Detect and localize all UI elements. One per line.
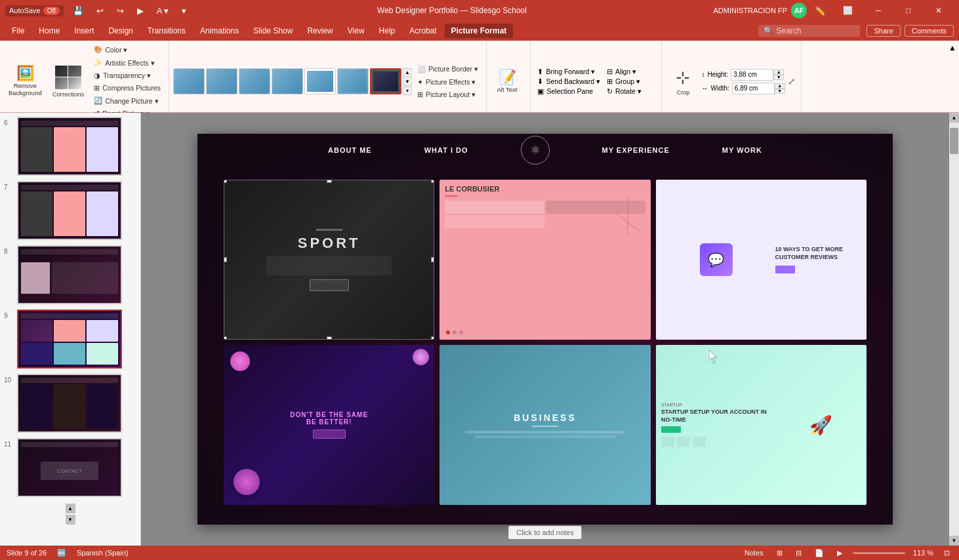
ribbon-collapse-button[interactable]: ▲ [949, 43, 956, 52]
slide-item-9[interactable]: 9 [3, 308, 138, 370]
pen-icon[interactable]: ✏️ [811, 5, 829, 17]
slide-thumb-8 [17, 245, 122, 304]
slides-scroll-down[interactable]: ▼ [66, 515, 75, 525]
space-btn [313, 430, 346, 439]
group-label: Group ▾ [615, 77, 640, 85]
view-normal-button[interactable]: ⊞ [774, 549, 785, 557]
size-expand-button[interactable]: ⤢ [786, 75, 797, 88]
qat-dropdown[interactable]: ▾ [178, 5, 190, 17]
transparency-button[interactable]: ◑ Transparency ▾ [90, 70, 165, 81]
menu-file[interactable]: File [5, 24, 31, 38]
custom-dropdown[interactable]: A ▾ [153, 5, 173, 17]
menu-acrobat[interactable]: Acrobat [403, 24, 443, 38]
slides-scroll: ▲ ▼ [3, 504, 138, 525]
style-thumb-3[interactable] [239, 68, 270, 94]
style-thumb-6[interactable] [337, 68, 369, 94]
menu-insert[interactable]: Insert [68, 24, 100, 38]
rotate-button[interactable]: ↻ Rotate ▾ [604, 87, 644, 96]
style-thumb-4[interactable] [272, 68, 303, 94]
thumb-sport[interactable]: SPORT [224, 180, 434, 340]
width-input[interactable] [732, 83, 775, 94]
style-thumb-5[interactable] [304, 68, 336, 94]
slide-item-11[interactable]: 11 CONTACT [3, 437, 138, 498]
corrections-button[interactable]: Corrections [48, 63, 89, 100]
slide-item-10[interactable]: 10 [3, 372, 138, 434]
height-down-button[interactable]: ▼ [773, 75, 784, 80]
thumb-space[interactable]: DON'T BE THE SAME BE BETTER! [224, 345, 434, 505]
scroll-up-button[interactable]: ▲ [949, 113, 959, 123]
ribbon-toggle-button[interactable]: ⬜ [833, 0, 863, 21]
scroll-down-button[interactable]: ▼ [949, 536, 959, 546]
artistic-effects-button[interactable]: ✨ Artistic Effects ▾ [90, 56, 165, 69]
alt-text-button[interactable]: 📝 Alt Text [491, 68, 523, 96]
gallery-down-button[interactable]: ▼ [403, 77, 412, 86]
menu-design[interactable]: Design [102, 24, 139, 38]
autosave-toggle[interactable]: Off [43, 7, 60, 15]
redo-button[interactable]: ↪ [113, 5, 128, 17]
crop-button[interactable]: ⊹ Crop [666, 64, 700, 99]
width-down-button[interactable]: ▼ [775, 89, 785, 94]
undo-button[interactable]: ↩ [92, 5, 108, 17]
picture-border-button[interactable]: ⬜ Picture Border ▾ [413, 63, 482, 75]
remove-background-button[interactable]: 🖼️ RemoveBackground [4, 64, 47, 99]
picture-effects-button[interactable]: ✦ Picture Effects ▾ [413, 76, 482, 88]
nav-my-work: MY WORK [722, 146, 762, 154]
style-thumb-2[interactable] [206, 68, 237, 94]
slide-11-content: CONTACT [21, 449, 118, 493]
thumb-lecorbusier[interactable]: LE CORBUSIER [439, 180, 650, 340]
slide-7-nav [21, 185, 118, 190]
view-slide-sorter-button[interactable]: ⊟ [793, 549, 804, 557]
view-slideshow-button[interactable]: ▶ [834, 549, 845, 557]
menu-home[interactable]: Home [32, 24, 66, 38]
fit-slide-button[interactable]: ⊡ [941, 549, 952, 557]
height-input[interactable] [731, 69, 773, 81]
selection-pane-button[interactable]: ▣ Selection Pane [535, 87, 602, 96]
space-line2: BE BETTER! [290, 418, 368, 426]
thumb-startup[interactable]: STARTUP STARTUP SETUP YOUR ACCOUNT IN NO… [656, 345, 867, 505]
comments-button[interactable]: Comments [905, 25, 954, 37]
vertical-scrollbar[interactable]: ▲ ▼ [949, 113, 959, 546]
slide-item-8[interactable]: 8 [3, 244, 138, 306]
style-thumb-7[interactable] [370, 68, 401, 94]
lc-row-1 [445, 201, 544, 214]
bring-forward-button[interactable]: ⬆ Bring Forward ▾ [535, 67, 602, 76]
compress-pictures-button[interactable]: ⊞ Compress Pictures [90, 82, 165, 94]
slide-item-6[interactable]: 6 [3, 115, 138, 177]
close-button[interactable]: ✕ [924, 0, 954, 21]
group-button[interactable]: ⊞ Group ▾ [604, 77, 644, 86]
view-reading-button[interactable]: 📄 [812, 549, 826, 557]
menu-picture-format[interactable]: Picture Format [445, 24, 514, 38]
menu-slideshow[interactable]: Slide Show [247, 24, 299, 38]
gallery-up-button[interactable]: ▲ [403, 68, 412, 77]
menu-help[interactable]: Help [373, 24, 402, 38]
click-to-add-notes[interactable]: Click to add notes [508, 526, 581, 539]
color-button[interactable]: 🎨 Color ▾ [90, 43, 165, 56]
menu-transitions[interactable]: Transitions [141, 24, 192, 38]
minimize-button[interactable]: ─ [863, 0, 893, 21]
thumb-business[interactable]: BUSINESS [439, 345, 650, 505]
style-thumb-1[interactable] [173, 68, 205, 94]
height-up-button[interactable]: ▲ [773, 70, 784, 75]
picture-layout-button[interactable]: ⊞ Picture Layout ▾ [413, 89, 482, 100]
remove-bg-label: RemoveBackground [9, 82, 42, 96]
change-picture-button[interactable]: 🔄 Change Picture ▾ [90, 94, 165, 107]
present-button[interactable]: ▶ [133, 5, 148, 17]
slide-10-nav [21, 378, 118, 383]
zoom-slider[interactable] [853, 552, 905, 554]
maximize-button[interactable]: □ [893, 0, 924, 21]
thumb-reviews[interactable]: 💬 10 WAYS TO GET MORE CUSTOMER REVIEWS [656, 180, 867, 340]
send-backward-button[interactable]: ⬇ Send Backward ▾ [535, 77, 602, 86]
slides-scroll-up[interactable]: ▲ [66, 504, 75, 513]
align-button[interactable]: ⊟ Align ▾ [604, 67, 644, 76]
menu-review[interactable]: Review [300, 24, 339, 38]
notes-button[interactable]: Notes [742, 549, 766, 557]
save-button[interactable]: 💾 [69, 5, 87, 17]
search-input[interactable] [776, 26, 855, 35]
slide-item-7[interactable]: 7 [3, 180, 138, 241]
menu-view[interactable]: View [341, 24, 371, 38]
width-up-button[interactable]: ▲ [775, 83, 785, 89]
scroll-thumb[interactable] [950, 128, 958, 154]
share-button[interactable]: Share [867, 25, 900, 37]
gallery-more-button[interactable]: ▾ [403, 87, 412, 95]
menu-animations[interactable]: Animations [194, 24, 245, 38]
